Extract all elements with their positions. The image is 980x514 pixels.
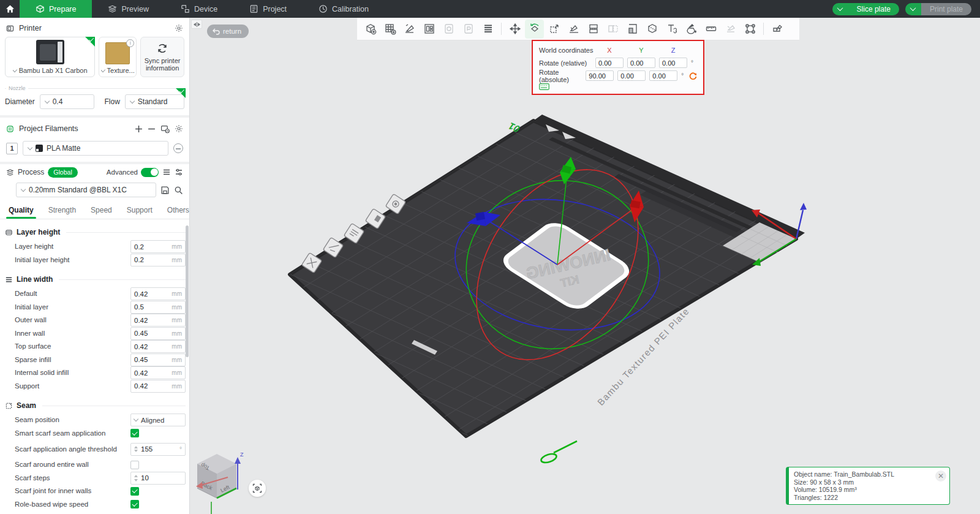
save-preset-button[interactable] — [160, 186, 170, 195]
rotate-relative-y-input[interactable] — [627, 58, 655, 68]
process-scope-toggle[interactable]: Global Objects — [48, 167, 102, 178]
tab-calibration[interactable]: Calibration — [303, 0, 385, 18]
scarf-inner-walls-checkbox[interactable] — [130, 487, 139, 496]
scarf-angle-spinner[interactable]: ° — [130, 443, 186, 456]
flip-plate-arrow-icon[interactable] — [540, 441, 577, 464]
process-preset-select[interactable]: 0.20mm Standard @BBL X1C — [16, 183, 156, 197]
filament-remove-icon[interactable] — [173, 143, 183, 153]
slice-plate-button[interactable]: Slice plate — [832, 3, 899, 15]
world-coordinates-panel: World coordinates X Y Z Rotate (relative… — [532, 40, 704, 95]
slice-dropdown[interactable] — [832, 3, 848, 15]
degree-unit: ° — [681, 72, 685, 79]
parameter-list-button[interactable] — [162, 168, 171, 176]
scarf-entire-wall-checkbox[interactable] — [130, 461, 139, 469]
print-plate-button[interactable]: Print plate — [905, 3, 971, 15]
plus-icon — [135, 125, 143, 133]
spinner-arrows-icon[interactable] — [134, 475, 138, 482]
line-width-default-input[interactable] — [134, 290, 169, 298]
fit-view-button[interactable] — [249, 480, 266, 497]
spinner-arrows-icon[interactable] — [134, 446, 138, 453]
viewport-3d[interactable]: Bambu Textured PEI Plate 01 INNOWING KIT — [190, 18, 980, 514]
process-icon — [6, 168, 14, 176]
param-row: Layer height mm — [5, 240, 186, 254]
tab-strength[interactable]: Strength — [41, 202, 83, 219]
filament-slot-number: 1 — [6, 143, 18, 154]
info-icon[interactable]: i — [126, 39, 134, 47]
tab-project[interactable]: Project — [233, 0, 303, 18]
axis-y-label: Y — [627, 47, 655, 54]
rotate-absolute-z-input[interactable] — [649, 70, 677, 81]
nozzle-diameter-select[interactable]: 0.4 — [40, 94, 95, 109]
nozzle-legend: Nozzle — [6, 85, 28, 91]
rotate-absolute-y-input[interactable] — [617, 70, 646, 81]
rotate-relative-z-input[interactable] — [659, 58, 687, 68]
tab-others[interactable]: Others — [160, 202, 190, 219]
filament-sync-ams-button[interactable] — [160, 124, 170, 134]
role-based-wipe-checkbox[interactable] — [130, 500, 139, 508]
tab-prepare[interactable]: Prepare — [20, 0, 92, 18]
tab-quality[interactable]: Quality — [1, 202, 41, 219]
seam-position-select[interactable]: Aligned — [130, 414, 186, 426]
tab-label: Calibration — [332, 5, 369, 13]
chevron-down-icon — [44, 98, 49, 103]
plate-type-card[interactable]: i Texture... — [99, 37, 137, 77]
line-width-solid-infill-input[interactable] — [134, 369, 169, 377]
parameter-filter-button[interactable] — [175, 168, 183, 176]
scarf-angle-input[interactable] — [141, 445, 177, 453]
navigation-cube[interactable]: Top Back Left Z — [196, 452, 244, 514]
filament-name: PLA Matte — [47, 144, 80, 153]
filament-select[interactable]: PLA Matte — [23, 141, 168, 156]
project-icon — [249, 4, 258, 13]
scope-global[interactable]: Global — [48, 167, 77, 178]
param-label: Initial layer height — [15, 256, 130, 264]
line-width-top-surface-input[interactable] — [134, 343, 169, 350]
rotate-absolute-label: Rotate (absolute) — [539, 69, 586, 83]
param-label: Scarf steps — [15, 474, 130, 482]
home-button[interactable] — [0, 0, 20, 18]
printer-model-card[interactable]: Bambu Lab X1 Carbon — [5, 37, 95, 77]
sidebar-scrollbar[interactable] — [186, 225, 189, 357]
param-label: Layer height — [15, 243, 130, 251]
line-width-outer-wall-input[interactable] — [134, 317, 169, 324]
scarf-steps-input[interactable] — [141, 474, 182, 482]
line-width-sparse-infill-input[interactable] — [134, 356, 169, 363]
close-icon[interactable]: ✕ — [935, 471, 946, 482]
rotate-absolute-x-input[interactable] — [586, 70, 614, 81]
chevron-down-icon — [837, 5, 843, 11]
tab-device[interactable]: Device — [165, 0, 233, 18]
remove-filament-button[interactable] — [148, 125, 156, 133]
fit-view-icon — [252, 483, 262, 493]
reset-rotation-icon[interactable] — [689, 72, 697, 80]
print-dropdown[interactable] — [905, 3, 921, 15]
line-width-title: Line width — [17, 275, 53, 284]
tab-support[interactable]: Support — [119, 202, 160, 219]
line-width-support-input[interactable] — [134, 382, 169, 390]
add-filament-button[interactable] — [135, 125, 143, 133]
param-label: Seam position — [15, 416, 130, 424]
filament-settings-button[interactable] — [175, 124, 183, 133]
chevron-down-icon — [13, 67, 17, 72]
advanced-toggle[interactable] — [141, 168, 159, 177]
smart-scarf-checkbox[interactable] — [130, 429, 139, 437]
scope-objects[interactable]: Objects — [74, 167, 103, 178]
unit-label: mm — [169, 343, 182, 350]
initial-layer-height-input[interactable] — [134, 256, 169, 263]
search-preset-button[interactable] — [174, 186, 183, 195]
tab-speed[interactable]: Speed — [83, 202, 119, 219]
gear-icon — [175, 124, 183, 133]
cube-z-label: Z — [240, 452, 244, 458]
sync-printer-button[interactable]: Sync printer information — [140, 37, 184, 77]
slice-label[interactable]: Slice plate — [848, 3, 899, 15]
scarf-steps-spinner[interactable] — [130, 472, 186, 485]
preset-name: 0.20mm Standard @BBL X1C — [29, 186, 127, 194]
diameter-value: 0.4 — [53, 97, 63, 106]
plate-image — [105, 42, 130, 64]
filament-color-swatch — [36, 145, 43, 152]
tab-preview[interactable]: Preview — [92, 0, 164, 18]
rotate-relative-x-input[interactable] — [595, 58, 624, 68]
line-width-initial-input[interactable] — [134, 303, 169, 311]
keyboard-icon[interactable] — [539, 83, 697, 90]
printer-settings-button[interactable] — [175, 24, 183, 32]
line-width-inner-wall-input[interactable] — [134, 330, 169, 337]
layer-height-input[interactable] — [134, 243, 169, 251]
